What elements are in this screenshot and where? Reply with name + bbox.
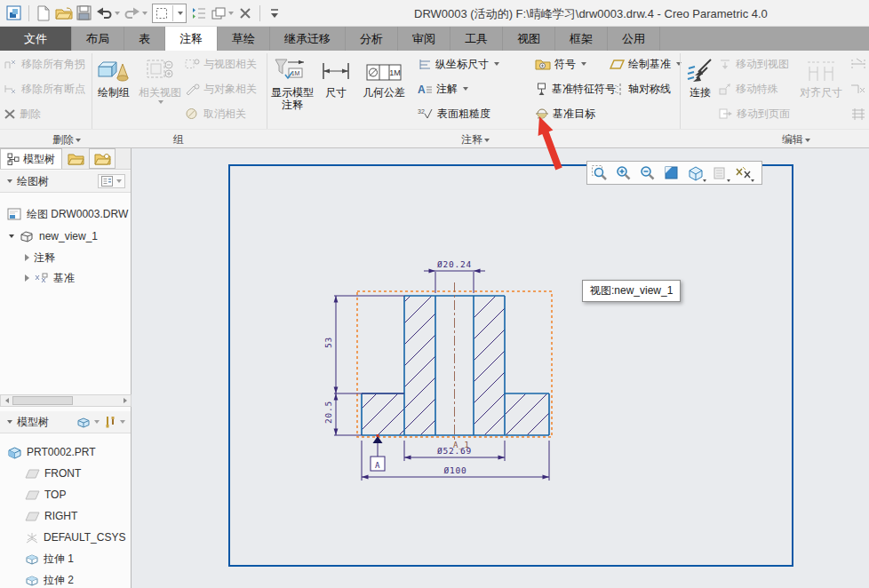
scroll-left-button[interactable] xyxy=(1,395,12,406)
ribbon-clipped-button-3[interactable] xyxy=(849,103,867,124)
tab-legacy-migration[interactable]: 继承迁移 xyxy=(270,27,346,51)
zoom-in-button[interactable] xyxy=(611,162,635,184)
folder-star-icon xyxy=(94,152,111,165)
datum-display-button[interactable] xyxy=(731,162,755,184)
model-tree-tab[interactable]: 模型树 xyxy=(0,148,62,169)
model-tree-header: 模型树 xyxy=(0,411,131,433)
symbol-button[interactable]: 符号 xyxy=(535,53,586,75)
zoom-box-button[interactable] xyxy=(587,162,611,184)
tree-item-top-plane[interactable]: TOP xyxy=(0,484,131,505)
selection-filter-combo[interactable] xyxy=(152,4,187,23)
save-button[interactable] xyxy=(75,3,94,24)
related-view-button[interactable]: 相关视图 xyxy=(137,52,183,104)
regenerate-button[interactable] xyxy=(189,3,209,24)
datum-target-button[interactable]: 基准目标 xyxy=(535,103,595,124)
ribbon-clipped-button-1[interactable] xyxy=(849,53,867,75)
dim-outer-diameter[interactable]: Ø100 xyxy=(443,465,466,475)
refit-button[interactable] xyxy=(659,162,683,184)
collapse-icon[interactable] xyxy=(7,179,12,183)
open-file-button[interactable] xyxy=(53,3,75,24)
scrollbar-thumb[interactable] xyxy=(12,396,73,405)
drawing-canvas[interactable]: A_1 Ø20.24 53 20.5 Ø52.69 Ø100 xyxy=(132,148,869,588)
display-style-button[interactable] xyxy=(707,162,731,184)
annotate-group-label[interactable]: 注释 xyxy=(442,132,509,147)
tree-item-right-plane[interactable]: RIGHT xyxy=(0,505,131,527)
collapsed-icon[interactable] xyxy=(25,254,29,261)
tree-item-annotations[interactable]: 注释 xyxy=(0,247,131,268)
tree-item-extrude-2[interactable]: 拉伸 2 xyxy=(0,569,131,588)
relate-to-object-button[interactable]: 与对象相关 xyxy=(185,78,257,99)
tab-tools[interactable]: 工具 xyxy=(450,27,503,51)
favorites-button[interactable] xyxy=(89,148,116,169)
geometric-tolerance-button[interactable]: 1M 几何公差 xyxy=(354,52,414,99)
drawing-tree-settings-button[interactable] xyxy=(98,174,125,188)
remove-all-breaks-button[interactable]: 移除所有断点 xyxy=(4,78,85,99)
datum-feature-symbol-button[interactable]: 基准特征符号 xyxy=(535,78,616,99)
svg-text:32: 32 xyxy=(418,108,425,115)
show-model-annotations-button[interactable]: 1M 显示模型 注释 xyxy=(268,52,316,111)
close-window-button[interactable] xyxy=(235,3,255,24)
datum-tree-icon xyxy=(34,273,49,284)
delete-group-label[interactable]: 删除 xyxy=(36,132,98,147)
graphics-area[interactable]: A_1 Ø20.24 53 20.5 Ø52.69 Ø100 xyxy=(132,148,869,588)
collapse-icon[interactable] xyxy=(7,420,12,424)
draft-group-button[interactable]: 绘制组 xyxy=(92,52,135,99)
dim-boss-diameter[interactable]: Ø52.69 xyxy=(437,446,472,456)
dim-hole-diameter[interactable]: Ø20.24 xyxy=(437,259,472,269)
tree-item-datums[interactable]: 基准 xyxy=(0,267,131,289)
new-file-button[interactable] xyxy=(34,3,53,24)
tab-review[interactable]: 审阅 xyxy=(398,27,450,51)
undo-button[interactable] xyxy=(94,3,122,24)
tree-item-drawing[interactable]: 绘图 DRW0003.DRW xyxy=(0,203,131,225)
scroll-right-button[interactable] xyxy=(119,395,131,406)
draft-datum-button[interactable]: 绘制基准 xyxy=(610,53,682,75)
move-to-sheet-button[interactable]: 移动到页面 xyxy=(718,103,790,124)
horizontal-scrollbar[interactable] xyxy=(0,394,132,407)
tree-item-default-csys[interactable]: DEFAULT_CSYS xyxy=(0,527,131,548)
note-button[interactable]: A 注解 xyxy=(418,78,468,99)
ordinate-dimension-button[interactable]: 纵坐标尺寸 xyxy=(418,53,499,75)
tree-item-view[interactable]: new_view_1 xyxy=(0,226,131,247)
relate-to-view-button[interactable]: 与视图相关 xyxy=(185,53,257,75)
saved-orientations-button[interactable] xyxy=(683,162,707,184)
expand-icon[interactable] xyxy=(9,234,14,238)
tree-item-front-plane[interactable]: FRONT xyxy=(0,463,131,484)
connect-button[interactable]: 连接 xyxy=(682,52,718,99)
dim-flange-height[interactable]: 20.5 xyxy=(323,401,333,424)
tab-common[interactable]: 公用 xyxy=(608,27,660,51)
tab-framework[interactable]: 框架 xyxy=(555,27,608,51)
move-special-button[interactable]: 移动特殊 xyxy=(718,78,778,99)
move-to-view-button[interactable]: 移动到视图 xyxy=(718,53,789,75)
remove-all-jogs-button[interactable]: 移除所有角拐 xyxy=(4,53,85,75)
tab-table[interactable]: 表 xyxy=(124,27,165,51)
zoom-out-button[interactable] xyxy=(635,162,659,184)
tab-layout[interactable]: 布局 xyxy=(72,27,124,51)
delete-button[interactable]: 删除 xyxy=(4,103,41,124)
model-tree-tools-button[interactable] xyxy=(104,416,125,428)
surface-finish-button[interactable]: 32 表面粗糙度 xyxy=(418,103,490,124)
collapsed-icon[interactable] xyxy=(25,274,29,282)
ribbon: 移除所有角拐 移除所有断点 删除 绘制组 相关视图 与视图相关 与对象相关 xyxy=(0,51,869,129)
dim-boss-height[interactable]: 53 xyxy=(323,337,333,348)
model-tree-filter-button[interactable] xyxy=(76,417,100,428)
tree-item-part[interactable]: PRT0002.PRT xyxy=(0,441,131,463)
axis-symmetry-line-button[interactable]: 轴对称线 xyxy=(613,78,671,99)
tab-file[interactable]: 文件 xyxy=(0,27,72,51)
toolbar-overflow-button[interactable] xyxy=(265,3,284,24)
tab-analysis[interactable]: 分析 xyxy=(346,27,398,51)
app-icon[interactable] xyxy=(4,3,24,24)
windows-button[interactable] xyxy=(209,3,235,24)
tab-sketch[interactable]: 草绘 xyxy=(218,27,270,51)
ribbon-clipped-button-2[interactable] xyxy=(849,78,867,99)
redo-button[interactable] xyxy=(122,3,149,24)
plane-icon xyxy=(25,490,40,500)
dimension-button[interactable]: 尺寸 xyxy=(318,52,354,99)
tab-view[interactable]: 视图 xyxy=(503,27,555,51)
plane-icon xyxy=(25,469,40,479)
tab-annotate[interactable]: 注释 xyxy=(165,27,218,51)
edit-group-label[interactable]: 编辑 xyxy=(762,132,830,147)
tree-item-extrude-1[interactable]: 拉伸 1 xyxy=(0,548,131,569)
align-dimensions-button[interactable]: 对齐尺寸 xyxy=(796,52,846,99)
unrelate-button[interactable]: 取消相关 xyxy=(185,103,246,124)
folder-browser-button[interactable] xyxy=(62,148,89,169)
